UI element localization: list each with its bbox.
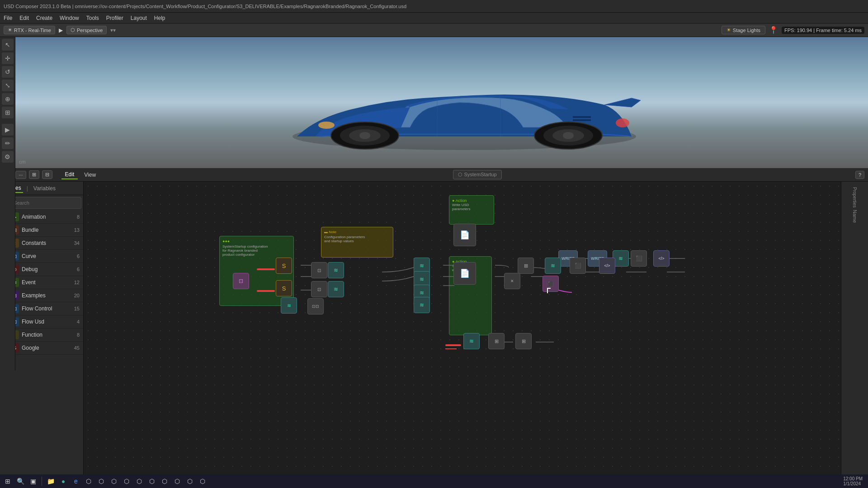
node-s-2[interactable]: S [276, 280, 292, 296]
paint-tool[interactable]: ✏ [2, 137, 14, 149]
fps-display: FPS: 190.94 | Frame time: 5.24 ms [782, 27, 864, 34]
red-wire-2 [257, 290, 275, 292]
node-icon: S [282, 263, 286, 269]
node-wifi-1[interactable]: ≋ [328, 262, 344, 278]
main-viewport[interactable]: cm [15, 37, 868, 168]
menu-tools[interactable]: Tools [86, 15, 99, 21]
menu-bar: File Edit Create Window Tools Profiler L… [0, 13, 868, 23]
universal-tool[interactable]: ⊕ [2, 93, 14, 105]
play-tool[interactable]: ▶ [2, 124, 14, 136]
node-double-box-2[interactable]: ⊞ [488, 333, 505, 349]
app-10[interactable]: ⬡ [197, 475, 208, 487]
move-tool[interactable]: ✛ [2, 52, 14, 64]
car-svg [261, 46, 668, 164]
node-gray-bottom[interactable]: ⊡⊡ [307, 298, 324, 314]
start-button[interactable]: ⊞ [2, 475, 14, 487]
toolbar-divider: ▶ [59, 27, 63, 33]
location-icon[interactable]: 📍 [769, 26, 778, 34]
node-wifi-bottom-1[interactable]: ≋ [463, 333, 480, 349]
app-2[interactable]: ⬡ [95, 475, 107, 487]
clock: 12:00 PM1/1/2024 [843, 476, 863, 486]
snap-tool[interactable]: ⊞ [2, 107, 14, 118]
help-button[interactable]: ? [855, 171, 864, 179]
menu-layout[interactable]: Layout [131, 15, 147, 21]
red-wire-1 [257, 268, 275, 270]
node-connector-1[interactable]: ⊡ [311, 262, 327, 278]
system-startup-tab[interactable]: ⬡ SystemStartup [453, 170, 501, 179]
layout-btn-2[interactable]: ⊟ [42, 170, 52, 179]
perspective-arrow: ▾▾ [110, 27, 116, 33]
system-icon: ⬡ [458, 172, 464, 177]
menu-create[interactable]: Create [36, 15, 52, 21]
action-graph-area: Nodes | Variables ▶ ▶ Animation 8 ▶ ⊞ Bu… [0, 182, 868, 474]
left-toolbar: ↖ ✛ ↺ ⤡ ⊕ ⊞ ▶ ✏ ⚙ [0, 37, 15, 371]
file-explorer[interactable]: 📁 [45, 475, 57, 487]
edge-icon[interactable]: e [70, 475, 82, 487]
menu-file[interactable]: File [4, 15, 12, 21]
taskbar: ⊞ 🔍 ▣ 📁 ● e ⬡ ⬡ ⬡ ⬡ ⬡ ⬡ ⬡ ⬡ ⬡ ⬡ 12:00 PM… [0, 474, 868, 488]
node-box-right-2[interactable]: ⬛ [570, 258, 586, 274]
select-tool[interactable]: ↖ [2, 39, 14, 51]
menu-window[interactable]: Window [60, 15, 79, 21]
app-9[interactable]: ⬡ [184, 475, 196, 487]
bottom-panel: + ··· ⊞ ⊟ Edit View ⬡ SystemStartup ? No… [0, 168, 868, 474]
svg-point-4 [359, 132, 370, 139]
comment-box-3: ● Action Write USDparameters [449, 195, 494, 225]
node-teal-right-1[interactable]: ≋ [545, 258, 561, 274]
variables-tab[interactable]: Variables [32, 184, 57, 192]
app-3[interactable]: ⬡ [108, 475, 120, 487]
node-xml-1[interactable]: </> [653, 250, 670, 267]
viewport-toolbar: ☀ RTX - Real-Time ▶ ⬡ Perspective ▾▾ ☀ S… [0, 23, 868, 37]
svg-rect-12 [573, 119, 591, 121]
title-text: USD Composer 2023.1.0 Beta | omniverse:/… [4, 4, 406, 9]
node-double-box[interactable]: ⊞ [518, 258, 534, 274]
svg-point-10 [616, 118, 629, 127]
rotate-tool[interactable]: ↺ [2, 66, 14, 78]
properties-label: Properties [852, 187, 857, 208]
chrome-icon[interactable]: ● [57, 475, 69, 487]
rtx-realtime-button[interactable]: ☀ RTX - Real-Time [4, 26, 55, 34]
perspective-icon: ⬡ [71, 27, 75, 33]
options-button[interactable]: ··· [15, 171, 26, 179]
node-box-right-1[interactable]: ⬛ [631, 250, 647, 267]
perspective-button[interactable]: ⬡ Perspective [66, 26, 107, 34]
node-s-1[interactable]: S [276, 258, 292, 274]
sun-icon: ☀ [726, 27, 731, 33]
scale-tool[interactable]: ⤡ [2, 80, 14, 91]
stage-lights-button[interactable]: ☀ Stage Lights [722, 26, 765, 34]
app-4[interactable]: ⬡ [121, 475, 132, 487]
comment-box-2: ▬ Note Configuration parametersand start… [321, 227, 393, 258]
app-7[interactable]: ⬡ [159, 475, 170, 487]
app-1[interactable]: ⬡ [83, 475, 94, 487]
task-view[interactable]: ▣ [27, 475, 39, 487]
menu-profiler[interactable]: Profiler [106, 15, 123, 21]
graph-canvas[interactable]: ●●● SystemStartup configurationfor Ragna… [84, 182, 841, 474]
node-purple-1[interactable]: ⊡ [233, 273, 249, 289]
node-small-box-1[interactable]: ✕ [504, 273, 520, 289]
menu-edit[interactable]: Edit [19, 15, 29, 21]
node-doc-1[interactable]: 📄 [453, 224, 476, 246]
view-tab[interactable]: View [80, 171, 99, 179]
edit-tab[interactable]: Edit [61, 170, 78, 179]
node-xml-2[interactable]: </> [599, 258, 615, 274]
node-pink-right[interactable]: ⬛ [542, 276, 559, 292]
app-5[interactable]: ⬡ [133, 475, 145, 487]
svg-point-9 [318, 122, 335, 129]
node-wifi-bottom[interactable]: ≋ [281, 297, 297, 314]
node-wifi-right-2[interactable]: ≋ [414, 297, 430, 313]
layout-btn-1[interactable]: ⊞ [29, 170, 39, 179]
app-6[interactable]: ⬡ [146, 475, 158, 487]
node-connector-2[interactable]: ⊡ [311, 281, 327, 297]
car-preview [106, 42, 823, 168]
settings-tool[interactable]: ⚙ [2, 151, 14, 163]
node-double-box-3[interactable]: ⊞ [515, 333, 532, 349]
properties-name-label: Name [852, 210, 858, 223]
node-icon: S [282, 285, 286, 292]
search-taskbar[interactable]: 🔍 [14, 475, 26, 487]
node-doc-2[interactable]: 📄 [453, 262, 476, 285]
node-wifi-2[interactable]: ≋ [328, 281, 344, 297]
menu-help[interactable]: Help [154, 15, 165, 21]
node-icon: ⊡ [239, 278, 243, 284]
app-8[interactable]: ⬡ [171, 475, 183, 487]
title-bar: USD Composer 2023.1.0 Beta | omniverse:/… [0, 0, 868, 13]
